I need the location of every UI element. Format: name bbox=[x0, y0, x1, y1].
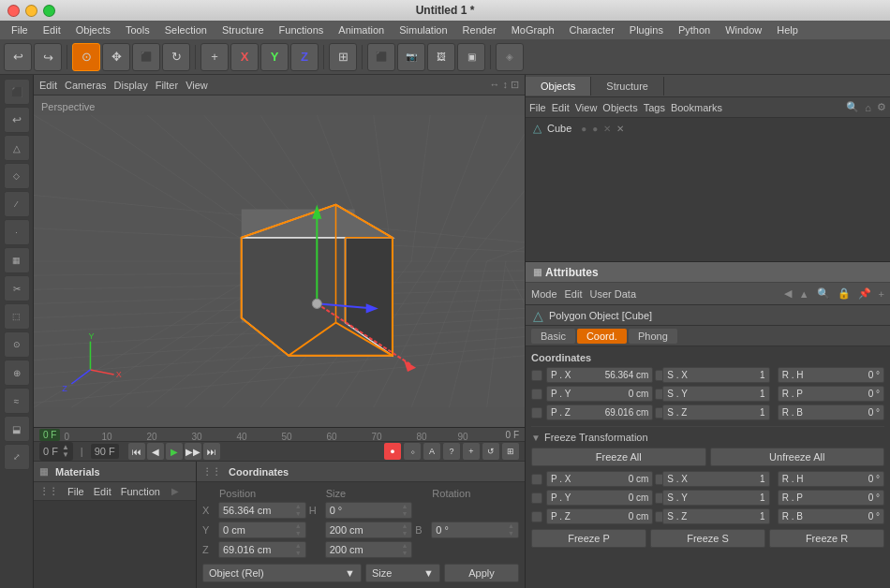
pz-check[interactable] bbox=[531, 407, 542, 419]
attr-pin-icon[interactable]: 📌 bbox=[858, 287, 871, 300]
fsx-field[interactable]: S . X 1 bbox=[662, 471, 769, 487]
sidebar-undo-button[interactable]: ↩ bbox=[4, 107, 30, 133]
menu-window[interactable]: Window bbox=[718, 22, 769, 37]
attr-tab-coord[interactable]: Coord. bbox=[577, 329, 627, 344]
goto-end-button[interactable]: ⏭ bbox=[203, 443, 220, 460]
sidebar-mode-button[interactable]: ⬛ bbox=[4, 79, 30, 105]
vt-cameras[interactable]: Cameras bbox=[65, 80, 107, 91]
camera-button[interactable]: 📷 bbox=[397, 43, 425, 71]
attr-lock-icon[interactable]: 🔒 bbox=[838, 287, 851, 300]
sidebar-weld-button[interactable]: ⊕ bbox=[4, 360, 30, 386]
undo-button[interactable]: ↩ bbox=[4, 43, 32, 71]
unfreeze-all-button[interactable]: Unfreeze All bbox=[710, 448, 885, 466]
render-region-button[interactable]: ▣ bbox=[457, 43, 485, 71]
attr-back-arrow[interactable]: ◀ bbox=[784, 287, 792, 300]
freeze-r-button[interactable]: Freeze R bbox=[769, 529, 884, 548]
render-button[interactable]: 🖼 bbox=[427, 43, 455, 71]
object-rel-select[interactable]: Object (Rel) ▼ bbox=[202, 564, 362, 582]
sz-field[interactable]: S . Z 1 bbox=[662, 404, 769, 420]
attr-user-data[interactable]: User Data bbox=[590, 288, 637, 300]
obj-view[interactable]: View bbox=[575, 102, 598, 113]
attr-edit[interactable]: Edit bbox=[565, 288, 583, 300]
sidebar-edge-button[interactable]: ∕ bbox=[4, 191, 30, 217]
play-button[interactable]: ▶ bbox=[166, 443, 183, 460]
pos-x-arrows[interactable]: ▲ ▼ bbox=[295, 503, 302, 518]
axis-y-button[interactable]: Y bbox=[260, 43, 289, 71]
sidebar-object-button[interactable]: △ bbox=[4, 135, 30, 161]
vt-filter[interactable]: Filter bbox=[156, 80, 178, 91]
pos-x-down[interactable]: ▼ bbox=[295, 510, 302, 518]
obj-bookmarks[interactable]: Bookmarks bbox=[671, 102, 722, 113]
attr-tab-phong[interactable]: Phong bbox=[629, 329, 677, 344]
attr-tab-basic[interactable]: Basic bbox=[531, 329, 575, 344]
px-check[interactable] bbox=[531, 370, 542, 381]
obj-file[interactable]: File bbox=[529, 102, 546, 113]
move-button[interactable]: ✥ bbox=[102, 43, 130, 71]
size-h-arrows[interactable]: ▲ ▼ bbox=[401, 503, 408, 518]
attr-search-icon[interactable]: 🔍 bbox=[817, 287, 830, 300]
obj-settings-icon[interactable]: ⚙ bbox=[877, 101, 886, 113]
vt-display[interactable]: Display bbox=[114, 80, 148, 91]
prev-frame-button[interactable]: ◀ bbox=[147, 443, 164, 460]
fsz-field[interactable]: S . Z 1 bbox=[662, 508, 769, 524]
size-200-field[interactable]: 200 cm ▲ ▼ bbox=[325, 522, 413, 538]
fpx-field[interactable]: P . X 0 cm bbox=[546, 471, 653, 487]
mat-file[interactable]: File bbox=[67, 486, 84, 497]
rotate-button[interactable]: ↻ bbox=[162, 43, 190, 71]
axis-z-button[interactable]: Z bbox=[290, 43, 319, 71]
sy-field[interactable]: S . Y 1 bbox=[662, 386, 769, 402]
sidebar-extrude-button[interactable]: ⬚ bbox=[4, 303, 30, 330]
plus-button[interactable]: + bbox=[463, 443, 480, 460]
pos-y-arrows[interactable]: ▲ ▼ bbox=[295, 522, 302, 537]
cinema4d-button[interactable]: ⊞ bbox=[502, 443, 519, 460]
vt-view[interactable]: View bbox=[185, 80, 208, 91]
frame-down-arrow[interactable]: ▼ bbox=[62, 451, 69, 459]
size-select[interactable]: Size ▼ bbox=[365, 564, 440, 582]
px-field[interactable]: P . X 56.364 cm bbox=[546, 367, 653, 383]
loop-button[interactable]: ↺ bbox=[482, 443, 499, 460]
auto-key-button[interactable]: A bbox=[423, 443, 440, 460]
axis-x-button[interactable]: X bbox=[230, 43, 259, 71]
freeze-p-button[interactable]: Freeze P bbox=[531, 529, 646, 548]
freeze-collapse-icon[interactable]: ▼ bbox=[531, 433, 541, 443]
key-button[interactable]: ⬦ bbox=[404, 443, 421, 460]
obj-search-icon[interactable]: 🔍 bbox=[846, 101, 859, 113]
sidebar-select2-button[interactable]: ▦ bbox=[4, 247, 30, 273]
sx-field[interactable]: S . X 1 bbox=[662, 367, 769, 383]
menu-animation[interactable]: Animation bbox=[331, 22, 392, 37]
sidebar-polygon-button[interactable]: ◇ bbox=[4, 163, 30, 189]
obj-home-icon[interactable]: ⌂ bbox=[865, 102, 871, 113]
pz-field[interactable]: P . Z 69.016 cm bbox=[546, 404, 653, 420]
mat-function[interactable]: Function bbox=[121, 486, 160, 497]
size-z-field[interactable]: 200 cm ▲ ▼ bbox=[325, 541, 413, 558]
menu-tools[interactable]: Tools bbox=[118, 22, 157, 37]
viewport[interactable]: Perspective bbox=[34, 96, 525, 427]
fpy-check[interactable] bbox=[531, 492, 542, 504]
world-button[interactable]: ⊞ bbox=[329, 43, 357, 71]
rp-field[interactable]: R . P 0 ° bbox=[778, 386, 884, 402]
fpz-field[interactable]: P . Z 0 cm bbox=[546, 508, 653, 524]
vt-edit[interactable]: Edit bbox=[39, 80, 57, 91]
menu-render[interactable]: Render bbox=[455, 22, 504, 37]
rot-b-field[interactable]: 0 ° ▲ ▼ bbox=[431, 522, 519, 538]
sidebar-vertex-button[interactable]: · bbox=[4, 219, 30, 245]
frp-field[interactable]: R . P 0 ° bbox=[778, 490, 884, 506]
fpx-check[interactable] bbox=[531, 474, 542, 485]
menu-selection[interactable]: Selection bbox=[157, 22, 215, 37]
obj-edit[interactable]: Edit bbox=[552, 102, 570, 113]
py-check[interactable] bbox=[531, 389, 542, 400]
attr-plus-icon[interactable]: + bbox=[879, 288, 884, 300]
menu-character[interactable]: Character bbox=[562, 22, 622, 37]
attr-up-arrow[interactable]: ▲ bbox=[799, 288, 809, 300]
menu-help[interactable]: Help bbox=[769, 22, 806, 37]
attr-mode[interactable]: Mode bbox=[531, 288, 557, 300]
size-h-field[interactable]: 0 ° ▲ ▼ bbox=[325, 502, 413, 519]
mat-edit[interactable]: Edit bbox=[94, 486, 111, 497]
next-frame-button[interactable]: ▶▶ bbox=[185, 443, 201, 460]
mat-function-arrow[interactable]: ▶ bbox=[171, 486, 179, 496]
fsy-field[interactable]: S . Y 1 bbox=[662, 490, 769, 506]
maximize-button[interactable] bbox=[43, 5, 55, 17]
rh-field[interactable]: R . H 0 ° bbox=[778, 367, 884, 383]
sidebar-transform-button[interactable]: ⤢ bbox=[4, 444, 30, 470]
add-button[interactable]: + bbox=[200, 43, 229, 71]
